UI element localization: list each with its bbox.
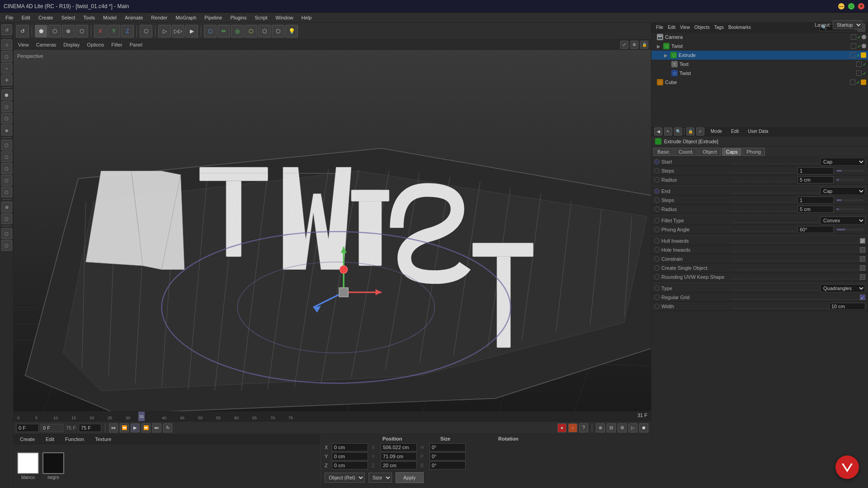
rounding-uvw-checkbox[interactable] — [860, 274, 865, 280]
radius-icon[interactable] — [654, 177, 660, 183]
text-vis-toggle[interactable] — [856, 61, 862, 67]
loop-btn[interactable]: ↻ — [163, 423, 172, 432]
play-start-btn[interactable]: ⏮ — [109, 423, 118, 432]
menu-create[interactable]: Create — [35, 14, 57, 21]
tab-phong[interactable]: Phong — [742, 148, 765, 156]
regular-grid-icon[interactable] — [654, 295, 660, 300]
menu-script[interactable]: Script — [251, 14, 271, 21]
axis-y-btn[interactable]: Y — [108, 25, 120, 38]
obj-cube[interactable]: ⬡ Cube ✓ — [651, 78, 868, 87]
menu-file[interactable]: File — [2, 14, 17, 21]
twist-vis-toggle[interactable] — [851, 43, 856, 49]
props-search-btn[interactable]: 🔍 — [674, 127, 682, 136]
pos-y-input[interactable] — [332, 452, 368, 460]
render-active-btn[interactable]: ▷▷ — [172, 25, 184, 38]
type-select[interactable]: Quadrangles — [820, 284, 865, 292]
menu-window[interactable]: Window — [272, 14, 297, 21]
steps-icon[interactable] — [654, 168, 660, 174]
phong-angle-input[interactable] — [797, 226, 834, 233]
tool-obj4[interactable]: ◈ — [1, 125, 12, 136]
props-cursor-btn[interactable]: ↖ — [664, 127, 672, 136]
edit-tab[interactable]: Edit — [728, 128, 741, 135]
tool-mode3[interactable]: ⬡ — [1, 163, 12, 174]
end-radius-slider[interactable] — [836, 208, 863, 210]
tool-snap[interactable]: ⊕ — [1, 202, 12, 212]
obj-twist-top[interactable]: ▶ ⬡ Twist ✓ — [651, 42, 868, 51]
tool-rotate[interactable]: ○ — [1, 63, 12, 74]
menu-mograph[interactable]: MoGraph — [172, 14, 200, 21]
minimize-button[interactable]: — — [838, 3, 844, 9]
keyframe-del-btn[interactable]: ○ — [568, 423, 577, 432]
tool-undo[interactable]: ↺ — [1, 24, 12, 35]
type-icon[interactable] — [654, 286, 660, 291]
bt-function[interactable]: Function — [61, 436, 88, 443]
maximize-button[interactable]: □ — [848, 3, 854, 9]
tool-scale[interactable]: ⬡ — [1, 51, 12, 62]
size-y-input[interactable] — [381, 452, 417, 460]
frame-current-input[interactable] — [41, 424, 63, 432]
play-end-btn[interactable]: ⏭ — [152, 423, 161, 432]
twist-child-vis-toggle[interactable] — [856, 70, 862, 76]
anim-play2-btn[interactable]: ▷ — [628, 423, 637, 432]
create-single-icon[interactable] — [654, 265, 660, 271]
width-input[interactable] — [829, 303, 865, 310]
end-radius-icon[interactable] — [654, 206, 660, 212]
hole-inwards-icon[interactable] — [654, 247, 660, 253]
pos-x-input[interactable] — [332, 443, 368, 451]
end-select[interactable]: Cap — [820, 187, 865, 195]
spline-btn[interactable]: ◎ — [231, 25, 244, 38]
obj-view-menu[interactable]: View — [678, 24, 692, 31]
rot-h-input[interactable] — [429, 443, 466, 451]
props-expand-btn[interactable]: ⤢ — [696, 127, 704, 136]
end-steps-icon[interactable] — [654, 197, 660, 203]
vp-panel[interactable]: Panel — [128, 41, 144, 48]
mesh-btn[interactable]: ⬡ — [258, 25, 271, 38]
anim-del-btn[interactable]: ⊟ — [607, 423, 616, 432]
hull-inwards-icon[interactable] — [654, 238, 660, 244]
tool-axis[interactable]: ⬡ — [1, 213, 12, 224]
tool-mode5[interactable]: ⬡ — [1, 187, 12, 197]
deform-btn[interactable]: ⬡ — [245, 25, 257, 38]
keyframe-btn[interactable]: ● — [557, 423, 566, 432]
vp-expand-btn[interactable]: ⤢ — [620, 41, 628, 49]
vp-cameras[interactable]: Cameras — [34, 41, 58, 48]
create-single-checkbox[interactable] — [860, 265, 865, 271]
phong-angle-slider[interactable] — [836, 229, 863, 230]
material-black[interactable] — [42, 452, 64, 474]
tool-mode4[interactable]: ⬡ — [1, 175, 12, 186]
obj-edit-menu[interactable]: Edit — [666, 24, 677, 31]
model-mode-btn[interactable]: ⬟ — [35, 25, 47, 38]
obj-extrude[interactable]: ▶ ⬡ Extrude ✓ — [651, 51, 868, 60]
end-steps-slider[interactable] — [836, 199, 863, 201]
menu-help[interactable]: Help — [298, 14, 316, 21]
frame-start-input[interactable] — [16, 424, 39, 432]
menu-animate[interactable]: Animate — [121, 14, 146, 21]
mode-tab[interactable]: Mode — [708, 128, 725, 135]
scale-btn[interactable]: ⬡ — [75, 25, 88, 38]
anim-add-btn[interactable]: ⊕ — [596, 423, 605, 432]
hull-inwards-checkbox[interactable]: ✓ — [860, 238, 865, 244]
tool-obj3[interactable]: ⬡ — [1, 113, 12, 124]
fillet-type-select[interactable]: Convex — [820, 216, 865, 225]
keyframe-sel-btn[interactable]: ? — [579, 423, 588, 432]
menu-pipeline[interactable]: Pipeline — [201, 14, 226, 21]
select-mode-btn[interactable]: ⬡ — [48, 25, 61, 38]
obj-tags-menu[interactable]: Tags — [712, 24, 726, 31]
pen-btn[interactable]: ✏ — [217, 25, 230, 38]
hole-inwards-checkbox[interactable] — [860, 247, 865, 253]
end-icon[interactable] — [654, 188, 660, 194]
camera-btn[interactable]: ⬡ — [272, 25, 284, 38]
play-prev-btn[interactable]: ⏪ — [120, 423, 129, 432]
menu-render[interactable]: Render — [147, 14, 171, 21]
start-icon[interactable] — [654, 159, 660, 164]
radius-slider[interactable] — [836, 179, 863, 181]
material-white[interactable] — [17, 452, 39, 474]
frame-end-input[interactable] — [79, 424, 101, 432]
anim-record-btn[interactable]: ⏺ — [639, 423, 648, 432]
tool-obj1[interactable]: ⬢ — [1, 89, 12, 100]
tool-move[interactable]: ⊹ — [1, 39, 12, 50]
axis-x-btn[interactable]: X — [94, 25, 107, 38]
menu-edit[interactable]: Edit — [18, 14, 34, 21]
tool-brush[interactable]: ⬡ — [1, 228, 12, 239]
rot-p-input[interactable] — [429, 452, 466, 460]
